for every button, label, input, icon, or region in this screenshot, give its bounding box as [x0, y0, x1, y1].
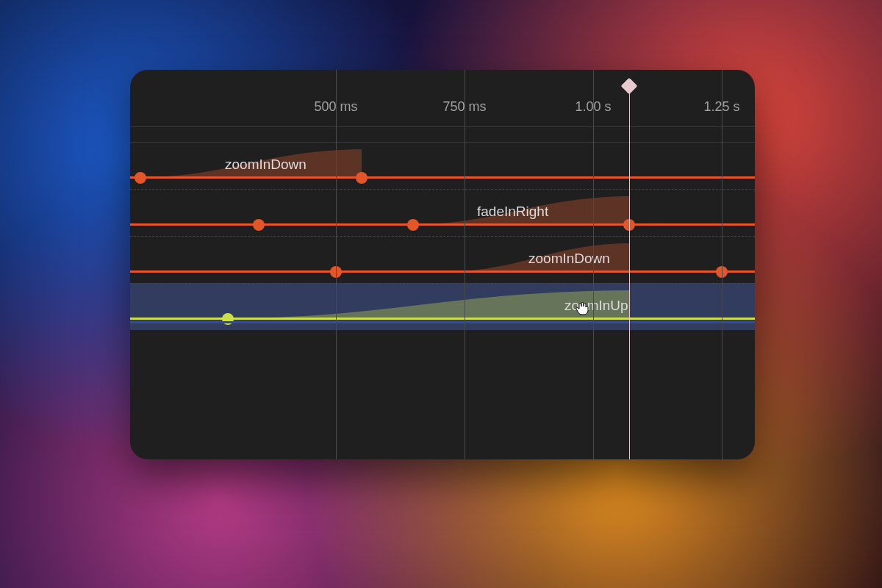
keyframe[interactable]	[222, 313, 234, 325]
track-separator	[130, 142, 755, 143]
gridline	[336, 70, 337, 459]
track-label: zoomInUp	[564, 298, 628, 314]
timeline-track[interactable]: zoomInDown	[130, 142, 755, 189]
keyframe[interactable]	[253, 219, 265, 231]
gridline	[722, 70, 723, 459]
track-separator	[130, 236, 755, 237]
timeline-panel: 500 ms750 ms1.00 s1.25 s1.50 s zoomInDow…	[130, 70, 755, 459]
keyframe[interactable]	[135, 172, 146, 184]
time-ruler[interactable]: 500 ms750 ms1.00 s1.25 s1.50 s	[130, 70, 755, 127]
keyframe[interactable]	[407, 219, 419, 231]
keyframe[interactable]	[356, 172, 368, 184]
track-line[interactable]	[130, 270, 755, 273]
timeline-track[interactable]: fadeInRight	[130, 189, 755, 236]
gridline	[593, 70, 594, 459]
timeline-track[interactable]: zoomInUp	[130, 283, 755, 330]
tracks-container: zoomInDownfadeInRightzoomInDownzoomInUp	[130, 127, 755, 459]
gridline	[465, 70, 465, 459]
track-label: zoomInDown	[528, 251, 610, 267]
track-label: zoomInDown	[225, 157, 306, 173]
timeline-track[interactable]: zoomInDown	[130, 236, 755, 283]
playhead-line[interactable]	[629, 86, 630, 459]
track-separator	[130, 189, 755, 190]
track-label: fadeInRight	[477, 204, 548, 220]
track-separator	[130, 283, 755, 284]
